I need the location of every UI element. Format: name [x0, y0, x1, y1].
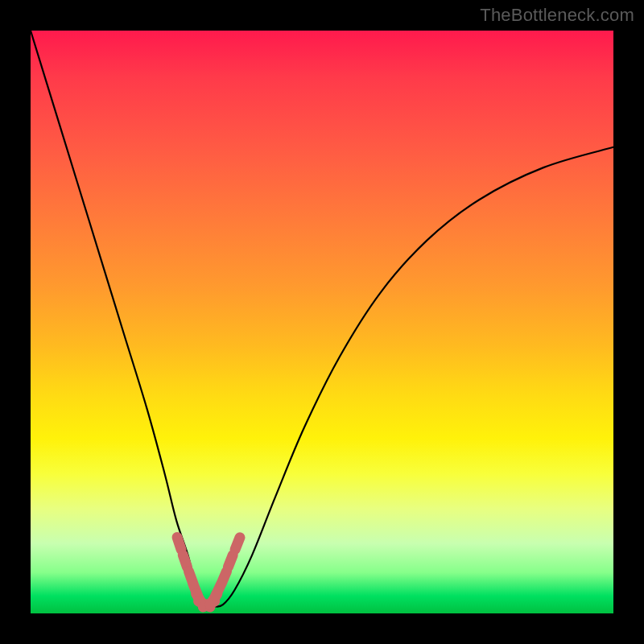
watermark-text: TheBottleneck.com: [480, 5, 634, 26]
trough-marker: [235, 538, 240, 550]
trough-marker: [177, 538, 181, 550]
trough-marker: [221, 572, 226, 584]
bottleneck-curve: [31, 31, 613, 607]
trough-marker: [228, 555, 233, 567]
trough-marker: [183, 555, 187, 567]
plot-area: [31, 31, 613, 613]
chart-frame: TheBottleneck.com: [0, 0, 644, 644]
curve-layer: [31, 31, 613, 613]
